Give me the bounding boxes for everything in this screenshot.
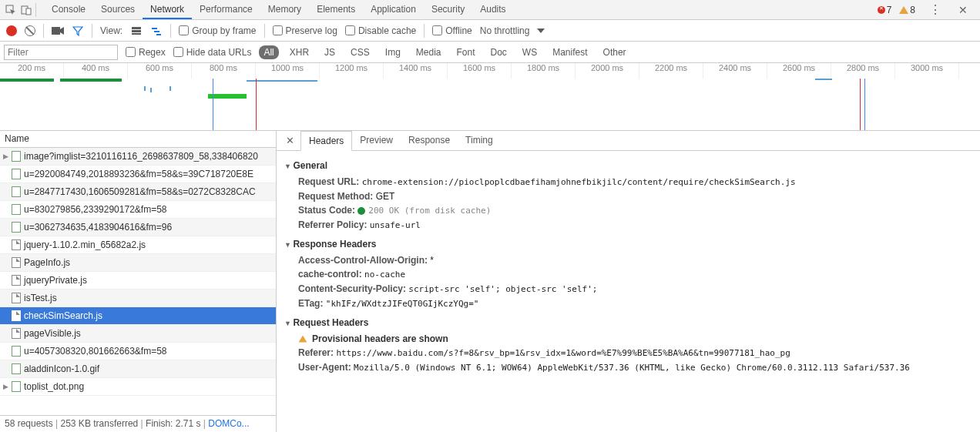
group-by-frame-checkbox[interactable]: Group by frame — [179, 25, 256, 36]
tab-memory[interactable]: Memory — [260, 0, 309, 19]
status-bar: 58 requests 253 KB transferred Finish: 2… — [0, 415, 276, 432]
svg-rect-4 — [132, 27, 141, 29]
filter-icon[interactable] — [72, 25, 84, 37]
separator — [35, 3, 36, 17]
disable-cache-checkbox[interactable]: Disable cache — [345, 25, 416, 36]
tab-sources[interactable]: Sources — [93, 0, 143, 19]
svg-rect-3 — [52, 27, 60, 35]
js-file-icon — [12, 310, 21, 321]
requests-count: 58 requests — [5, 418, 53, 429]
svg-rect-9 — [156, 34, 161, 35]
warning-icon — [299, 336, 307, 343]
request-row[interactable]: ▶PageInfo.js — [0, 254, 276, 272]
transferred-size: 253 KB transferred — [55, 418, 138, 429]
request-row[interactable]: ▶checkSimSearch.js — [0, 307, 276, 325]
inspect-icon[interactable] — [5, 4, 17, 16]
svg-rect-6 — [132, 33, 141, 35]
tab-audits[interactable]: Audits — [472, 0, 513, 19]
request-rows: ▶image?imglist=3210116116_2698637809_58,… — [0, 148, 276, 415]
panel-tabs: ConsoleSourcesNetworkPerformanceMemoryEl… — [44, 0, 514, 19]
image-file-icon — [12, 346, 21, 357]
network-main: Name ▶image?imglist=3210116116_269863780… — [0, 131, 980, 432]
image-file-icon — [12, 381, 21, 392]
tab-elements[interactable]: Elements — [309, 0, 363, 19]
chevron-down-icon[interactable] — [537, 28, 545, 33]
request-row[interactable]: ▶u=4057308320,801662663&fm=58 — [0, 343, 276, 360]
detail-tabbar: ✕ HeadersPreviewResponseTiming — [277, 131, 980, 151]
detail-tab-preview[interactable]: Preview — [352, 131, 401, 150]
type-filter-ws[interactable]: WS — [518, 45, 542, 59]
regex-checkbox[interactable]: Regex — [126, 47, 166, 58]
type-filter-other[interactable]: Other — [599, 45, 631, 59]
close-details-icon[interactable]: ✕ — [280, 135, 300, 146]
request-row[interactable]: ▶image?imglist=3210116116_2698637809_58,… — [0, 148, 276, 166]
image-file-icon — [12, 169, 21, 179]
section-response-headers[interactable]: Response Headers — [284, 236, 972, 253]
js-file-icon — [12, 257, 21, 268]
request-row[interactable]: ▶u=2920084749,2018893236&fm=58&s=39C7187… — [0, 166, 276, 183]
domcontent-time: DOMCo... — [203, 418, 250, 429]
type-filter-img[interactable]: Img — [381, 45, 405, 59]
waterfall-icon[interactable] — [150, 25, 163, 37]
detail-tab-response[interactable]: Response — [401, 131, 458, 150]
request-row[interactable]: ▶u=830279856,2339290172&fm=58 — [0, 201, 276, 219]
type-filter-media[interactable]: Media — [411, 45, 446, 59]
request-row[interactable]: ▶jquery-1.10.2.min_65682a2.js — [0, 236, 276, 254]
type-filter-css[interactable]: CSS — [346, 45, 374, 59]
timeline-overview[interactable]: 200 ms400 ms600 ms800 ms1000 ms1200 ms14… — [0, 63, 980, 131]
filter-bar: Regex Hide data URLs AllXHRJSCSSImgMedia… — [0, 42, 980, 63]
section-request-headers[interactable]: Request Headers — [284, 314, 972, 332]
clear-button[interactable] — [25, 25, 35, 36]
close-icon[interactable]: ✕ — [951, 4, 975, 16]
name-column-header[interactable]: Name — [0, 131, 276, 148]
detail-tab-timing[interactable]: Timing — [458, 131, 501, 150]
more-menu-icon[interactable]: ⋮ — [923, 2, 948, 17]
record-button[interactable] — [6, 25, 17, 36]
tab-network[interactable]: Network — [143, 0, 192, 19]
warning-count[interactable]: 8 — [899, 5, 915, 15]
large-rows-icon[interactable] — [130, 25, 143, 37]
request-details: ✕ HeadersPreviewResponseTiming General R… — [277, 131, 980, 432]
type-filter-font[interactable]: Font — [452, 45, 480, 59]
type-filter-all[interactable]: All — [259, 45, 278, 59]
offline-checkbox[interactable]: Offline — [432, 25, 472, 36]
error-count[interactable]: 7 — [878, 5, 892, 15]
type-filter-xhr[interactable]: XHR — [285, 45, 314, 59]
image-file-icon — [12, 363, 21, 374]
detail-tab-headers[interactable]: Headers — [300, 131, 352, 151]
tab-application[interactable]: Application — [363, 0, 424, 19]
image-file-icon — [12, 204, 21, 215]
svg-rect-5 — [132, 30, 141, 32]
tab-performance[interactable]: Performance — [192, 0, 260, 19]
request-row[interactable]: ▶jqueryPrivate.js — [0, 272, 276, 290]
section-general[interactable]: General — [284, 157, 972, 175]
type-filter-js[interactable]: JS — [320, 45, 340, 59]
svg-rect-2 — [26, 8, 31, 15]
js-file-icon — [12, 275, 21, 286]
tab-security[interactable]: Security — [424, 0, 472, 19]
preserve-log-checkbox[interactable]: Preserve log — [273, 25, 337, 36]
devtools-tabbar: ConsoleSourcesNetworkPerformanceMemoryEl… — [0, 0, 980, 20]
hide-data-urls-checkbox[interactable]: Hide data URLs — [173, 47, 252, 58]
image-file-icon — [12, 151, 21, 162]
network-toolbar: View: Group by frame Preserve log Disabl… — [0, 20, 980, 42]
status-ok-icon — [357, 207, 365, 215]
js-file-icon — [12, 239, 21, 250]
request-row[interactable]: ▶pageVisible.js — [0, 325, 276, 343]
request-row[interactable]: ▶aladdinIcon-1.0.gif — [0, 360, 276, 378]
camera-icon[interactable] — [52, 25, 64, 37]
svg-rect-7 — [152, 28, 157, 29]
type-filter-doc[interactable]: Doc — [486, 45, 512, 59]
device-icon[interactable] — [20, 4, 32, 16]
filter-input[interactable] — [4, 45, 118, 60]
finish-time: Finish: 2.71 s — [141, 418, 201, 429]
request-row[interactable]: ▶u=3062734635,4183904616&fm=96 — [0, 219, 276, 236]
request-row[interactable]: ▶toplist_dot.png — [0, 378, 276, 396]
throttling-select[interactable]: No throttling — [480, 25, 530, 36]
request-row[interactable]: ▶u=2847717430,1606509281&fm=58&s=0272C83… — [0, 183, 276, 201]
headers-panel: General Request URL: chrome-extension://… — [277, 151, 980, 432]
tab-console[interactable]: Console — [44, 0, 93, 19]
type-filter-manifest[interactable]: Manifest — [548, 45, 592, 59]
request-row[interactable]: ▶isTest.js — [0, 290, 276, 307]
js-file-icon — [12, 328, 21, 339]
